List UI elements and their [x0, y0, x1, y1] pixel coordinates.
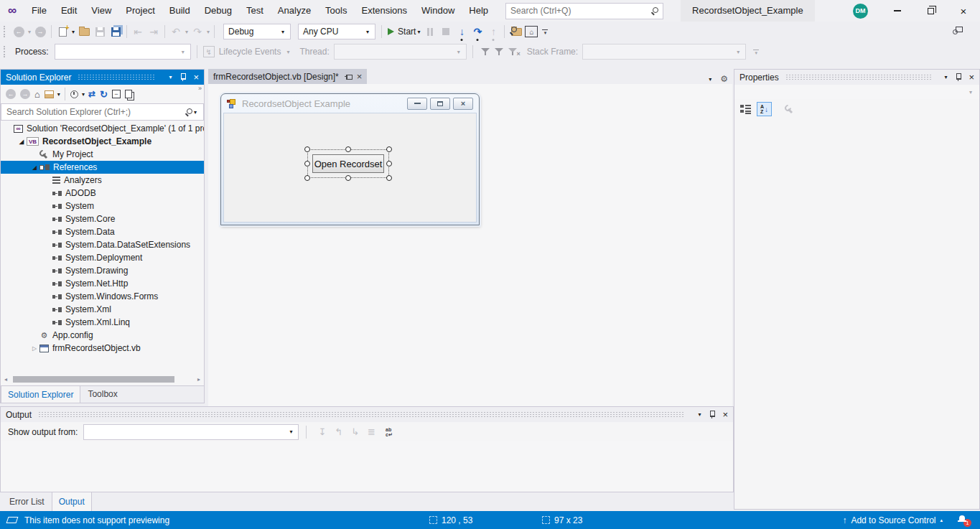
add-to-source-control-button[interactable]: ↑ Add to Source Control ▴ [842, 515, 943, 525]
process-dropdown[interactable]: ▾ [55, 44, 191, 60]
menu-item-test[interactable]: Test [239, 0, 271, 22]
expander-expanded-icon[interactable]: ◢ [29, 164, 39, 171]
pending-changes-filter-icon[interactable] [70, 90, 78, 98]
new-project-button[interactable] [55, 24, 70, 39]
close-icon[interactable]: × [969, 72, 974, 82]
tree-item[interactable]: ◢References [1, 161, 204, 174]
toolbar-grip[interactable] [4, 26, 7, 37]
window-position-dropdown-icon[interactable]: ▾ [944, 74, 947, 80]
quick-search-input[interactable] [510, 6, 650, 16]
tab-toolbox[interactable]: Toolbox [80, 386, 124, 403]
solution-search-box[interactable]: ▾ [1, 103, 204, 121]
selection-handle[interactable] [386, 146, 392, 152]
minimize-button[interactable] [881, 0, 914, 22]
window-position-dropdown-icon[interactable]: ▾ [698, 411, 701, 418]
selection-handle[interactable] [345, 146, 351, 152]
show-all-files-icon[interactable] [125, 90, 134, 98]
web-browser-button[interactable]: ⌂ [524, 24, 538, 39]
toolbar-grip[interactable] [4, 46, 7, 57]
tab-output[interactable]: Output [52, 492, 92, 511]
new-project-dropdown-icon[interactable]: ▾ [72, 29, 75, 35]
selection-handle[interactable] [345, 175, 351, 181]
titlebar-grip[interactable] [785, 74, 932, 80]
menu-item-view[interactable]: View [84, 0, 118, 22]
document-tab[interactable]: frmRecordsetObject.vb [Design]* × [208, 69, 367, 84]
navigate-back-button[interactable]: ← [11, 24, 26, 39]
horizontal-scrollbar[interactable]: ◂ ▸ [1, 373, 204, 385]
selection-handle[interactable] [304, 146, 310, 152]
user-avatar[interactable]: DM [853, 4, 868, 19]
pause-button[interactable] [423, 24, 437, 39]
designed-form-titlebar[interactable]: RecordsetObject Example × [221, 94, 479, 113]
selection-handle[interactable] [304, 175, 310, 181]
window-position-dropdown-icon[interactable]: ▾ [169, 74, 172, 80]
menu-item-analyze[interactable]: Analyze [271, 0, 318, 22]
save-all-button[interactable] [108, 24, 123, 39]
tree-item[interactable]: System.Deployment [1, 251, 204, 264]
tree-item[interactable]: ◢VBRecordsetObject_Example [1, 135, 204, 148]
send-feedback-icon[interactable] [951, 27, 963, 37]
sync-with-active-document-icon[interactable]: ⇄ [88, 89, 95, 99]
pin-icon[interactable] [179, 73, 187, 82]
forms-designer-surface[interactable]: RecordsetObject Example × Open Recordset [208, 84, 732, 406]
step-out-button[interactable]: ↑ [486, 24, 500, 39]
tree-item[interactable]: ▷frmRecordsetObject.vb [1, 342, 204, 355]
selection-handle[interactable] [386, 161, 392, 167]
toolbar-options-icon[interactable]: ▾ [542, 29, 548, 34]
close-tab-icon[interactable]: × [357, 72, 363, 81]
se-forward-button[interactable]: → [20, 89, 30, 99]
lifecycle-events-label[interactable]: Lifecycle Events [219, 47, 281, 57]
tree-item[interactable]: Analyzers [1, 174, 204, 187]
switch-views-icon[interactable] [45, 90, 54, 98]
close-icon[interactable]: × [193, 72, 199, 82]
solution-search-input[interactable] [6, 107, 185, 117]
open-file-button[interactable] [77, 24, 91, 39]
stop-button[interactable] [439, 24, 453, 39]
menu-item-edit[interactable]: Edit [54, 0, 84, 22]
menu-item-extensions[interactable]: Extensions [354, 0, 414, 22]
menu-item-project[interactable]: Project [118, 0, 162, 22]
toggle-word-wrap-icon[interactable] [386, 427, 393, 437]
designed-form[interactable]: RecordsetObject Example × Open Recordset [220, 93, 480, 225]
scrollbar-thumb[interactable] [13, 376, 174, 383]
document-options-gear-icon[interactable]: ⚙ [720, 74, 728, 84]
designed-button[interactable]: Open Recordset [312, 154, 384, 173]
tree-item[interactable]: ∞Solution 'RecordsetObject_Example' (1 o… [1, 122, 204, 135]
collapse-all-icon[interactable]: − [112, 90, 121, 98]
tree-item[interactable]: System.Net.Http [1, 277, 204, 290]
restore-button[interactable] [914, 0, 947, 22]
redo-button[interactable]: ↷ [190, 24, 205, 39]
tree-item[interactable]: System.Windows.Forms [1, 290, 204, 303]
step-into-button[interactable]: ↓ [454, 24, 469, 39]
search-options-icon[interactable]: ▾ [194, 109, 197, 116]
scroll-right-icon[interactable]: ▸ [194, 376, 204, 383]
save-button[interactable] [93, 24, 107, 39]
tree-item[interactable]: My Project [1, 148, 204, 161]
toolbar-overflow-icon[interactable]: » [198, 85, 201, 92]
tab-error-list[interactable]: Error List [2, 492, 52, 511]
designed-form-client-area[interactable]: Open Recordset [223, 113, 477, 223]
pin-icon[interactable] [709, 411, 716, 419]
unindent-icon[interactable]: ⇤ [131, 24, 145, 39]
se-back-button[interactable]: ← [6, 89, 16, 99]
alphabetical-sort-icon[interactable]: AZ↓ [757, 102, 772, 116]
pin-tab-icon[interactable] [344, 73, 353, 80]
menu-item-build[interactable]: Build [162, 0, 197, 22]
menu-item-help[interactable]: Help [462, 0, 495, 22]
platform-dropdown[interactable]: Any CPU▾ [298, 24, 375, 39]
tree-item[interactable]: System [1, 200, 204, 212]
toolbar-options-icon[interactable]: ▾ [753, 50, 759, 55]
tree-item[interactable]: System.Core [1, 212, 204, 225]
close-button[interactable]: × [947, 0, 980, 22]
output-titlebar[interactable]: Output ▾ × [1, 407, 733, 422]
menu-item-tools[interactable]: Tools [318, 0, 354, 22]
indent-icon[interactable]: ⇥ [146, 24, 161, 39]
properties-titlebar[interactable]: Properties ▾ × [734, 70, 979, 85]
selection-handle[interactable] [304, 161, 310, 167]
navigate-back-dropdown-icon[interactable]: ▾ [28, 29, 31, 35]
close-icon[interactable]: × [722, 410, 728, 419]
menu-item-window[interactable]: Window [414, 0, 462, 22]
menu-item-file[interactable]: File [24, 0, 54, 22]
home-icon[interactable]: ⌂ [34, 89, 40, 100]
categorized-view-icon[interactable] [740, 104, 751, 114]
